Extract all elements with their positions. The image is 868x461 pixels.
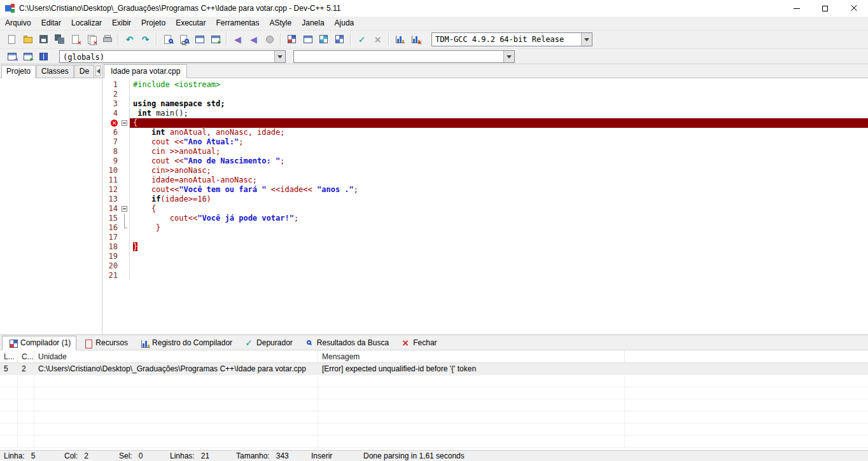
- code-text: [130, 252, 868, 261]
- close-all-button[interactable]: ×: [83, 32, 99, 47]
- code-area[interactable]: 1#include <iostream>23using namespace st…: [102, 78, 868, 334]
- compiler-combo[interactable]: TDM-GCC 4.9.2 64-bit Release: [431, 32, 592, 46]
- goto-function-icon: ▸: [209, 33, 222, 46]
- globals-combo[interactable]: (globals): [59, 50, 286, 63]
- replace-button[interactable]: [176, 32, 192, 47]
- menu-localizar[interactable]: Localizar: [66, 17, 107, 30]
- view-project-button[interactable]: [284, 32, 300, 47]
- delete-profiling-button[interactable]: ×: [408, 32, 424, 47]
- code-line-18[interactable]: 18}: [102, 242, 868, 252]
- abort-compilation-button[interactable]: ×: [370, 32, 386, 47]
- members-combo[interactable]: [293, 50, 515, 63]
- goto-function-button[interactable]: ▸: [207, 32, 223, 47]
- code-line-8[interactable]: 8 cin >>anoAtual;: [102, 147, 868, 156]
- code-line-1[interactable]: 1#include <iostream>: [102, 80, 868, 90]
- code-line-14[interactable]: 14 {: [102, 204, 868, 214]
- globals-combo-dropdown-arrow[interactable]: [274, 51, 285, 62]
- back-button[interactable]: ◀: [230, 32, 246, 47]
- save-button[interactable]: [36, 32, 52, 47]
- undo-button[interactable]: ↶: [122, 32, 137, 47]
- code-line-6[interactable]: 6 int anoAtual, anoNasc, idade;: [102, 128, 868, 137]
- menu-ferramentas[interactable]: Ferramentas: [211, 17, 264, 30]
- abort-button[interactable]: [262, 32, 277, 47]
- code-line-9[interactable]: 9 cout <<"Ano de Nascimento: ";: [102, 156, 868, 166]
- code-line-3[interactable]: 3using namespace std;: [102, 99, 868, 109]
- menu-ajuda[interactable]: Ajuda: [330, 17, 360, 30]
- bottom-tab-fechar[interactable]: ×Fechar: [395, 336, 442, 350]
- open-file-button[interactable]: [20, 32, 36, 47]
- line-number: 14: [102, 204, 120, 214]
- menu-astyle[interactable]: AStyle: [265, 17, 297, 30]
- bottom-tab-resultados-da-busca[interactable]: Resultados da Busca: [299, 336, 394, 350]
- members-combo-dropdown-arrow[interactable]: [503, 51, 514, 62]
- sidebar-tab-de[interactable]: De: [74, 65, 94, 78]
- code-line-5[interactable]: {: [102, 118, 868, 128]
- fold-collapse-button[interactable]: [122, 206, 127, 212]
- menu-editar[interactable]: Editar: [36, 17, 66, 30]
- view-windows-button[interactable]: [332, 32, 347, 47]
- print-button[interactable]: [99, 32, 115, 47]
- forward-button[interactable]: ◀: [246, 32, 262, 47]
- profile-analysis-button[interactable]: [392, 32, 408, 47]
- code-line-13[interactable]: 13 if(idade>=16): [102, 195, 868, 204]
- view-report-button[interactable]: [300, 32, 316, 47]
- code-line-10[interactable]: 10 cin>>anoNasc;: [102, 166, 868, 175]
- maximize-button[interactable]: [811, 0, 839, 17]
- fold-collapse-button[interactable]: [122, 120, 127, 126]
- goto-definition-button[interactable]: ▸: [20, 49, 36, 64]
- view-toggle-button[interactable]: [316, 32, 332, 47]
- fold-column: [120, 147, 130, 156]
- project-panel[interactable]: [0, 78, 102, 334]
- main-area: ProjetoClassesDe Idade para votar.cpp 1#…: [0, 64, 868, 334]
- find-icon: [162, 33, 174, 46]
- error-icon: [111, 120, 118, 127]
- code-text: if(idade>=16): [130, 195, 868, 204]
- menu-janela[interactable]: Janela: [297, 17, 329, 30]
- sidebar-tab-classes[interactable]: Classes: [36, 65, 74, 78]
- bottom-tab-registro-do-compilador[interactable]: Registro do Compilador: [134, 336, 237, 350]
- menu-executar[interactable]: Executar: [171, 17, 211, 30]
- redo-button[interactable]: ↷: [137, 32, 153, 47]
- code-line-20[interactable]: 20: [102, 261, 868, 271]
- compiler-combo-dropdown-arrow[interactable]: [581, 33, 592, 46]
- syntax-check-button[interactable]: ✓: [354, 32, 370, 47]
- status-field-label: Sel:: [119, 451, 132, 460]
- menu-projeto[interactable]: Projeto: [136, 17, 171, 30]
- redo-icon: ↷: [139, 33, 152, 46]
- code-text: {: [130, 118, 868, 128]
- goto-line-button[interactable]: [192, 32, 207, 47]
- close-button[interactable]: [839, 0, 868, 17]
- code-line-21[interactable]: 21: [102, 271, 868, 280]
- fold-column: [120, 185, 130, 195]
- close-file-button[interactable]: ×: [67, 32, 83, 47]
- goto-declaration-button[interactable]: ◂: [4, 49, 20, 64]
- editor-tab[interactable]: Idade para votar.cpp: [104, 64, 187, 78]
- resultados-da-busca-icon: [304, 338, 314, 348]
- error-row[interactable]: 52C:\Users\Cristiano\Desktop\_Graduações…: [0, 363, 868, 375]
- code-line-11[interactable]: 11 idade=anoAtual-anoNasc;: [102, 175, 868, 185]
- menu-exibir[interactable]: Exibir: [107, 17, 136, 30]
- code-line-4[interactable]: 4 int main();: [102, 109, 868, 118]
- code-line-16[interactable]: 16 }: [102, 223, 868, 233]
- syntax-check-icon: ✓: [356, 33, 368, 46]
- bottom-tab-recursos[interactable]: Recursos: [78, 336, 133, 350]
- new-file-button[interactable]: [4, 32, 20, 47]
- code-line-19[interactable]: 19: [102, 252, 868, 261]
- minimize-button[interactable]: [782, 0, 811, 17]
- sidebar-tab-projeto[interactable]: Projeto: [1, 65, 36, 78]
- code-line-15[interactable]: 15 cout<<"Você já pode votar!";: [102, 214, 868, 223]
- code-line-7[interactable]: 7 cout <<"Ano Atual:";: [102, 137, 868, 147]
- code-line-2[interactable]: 2: [102, 90, 868, 99]
- menu-arquivo[interactable]: Arquivo: [0, 17, 36, 30]
- sidebar-tabs-scroll-left[interactable]: [95, 65, 101, 76]
- code-line-12[interactable]: 12 cout<<"Você tem ou fará " <<idade<< "…: [102, 185, 868, 195]
- fold-column: [120, 223, 130, 233]
- print-icon: [101, 33, 114, 46]
- save-all-button[interactable]: [52, 32, 67, 47]
- view-report-icon: [302, 33, 314, 46]
- class-browser-button[interactable]: [36, 49, 52, 64]
- bottom-tab-depurador[interactable]: ✓Depurador: [239, 336, 298, 350]
- find-button[interactable]: [160, 32, 176, 47]
- bottom-tab-compilador-1[interactable]: Compilador (1): [2, 336, 76, 350]
- code-line-17[interactable]: 17: [102, 233, 868, 242]
